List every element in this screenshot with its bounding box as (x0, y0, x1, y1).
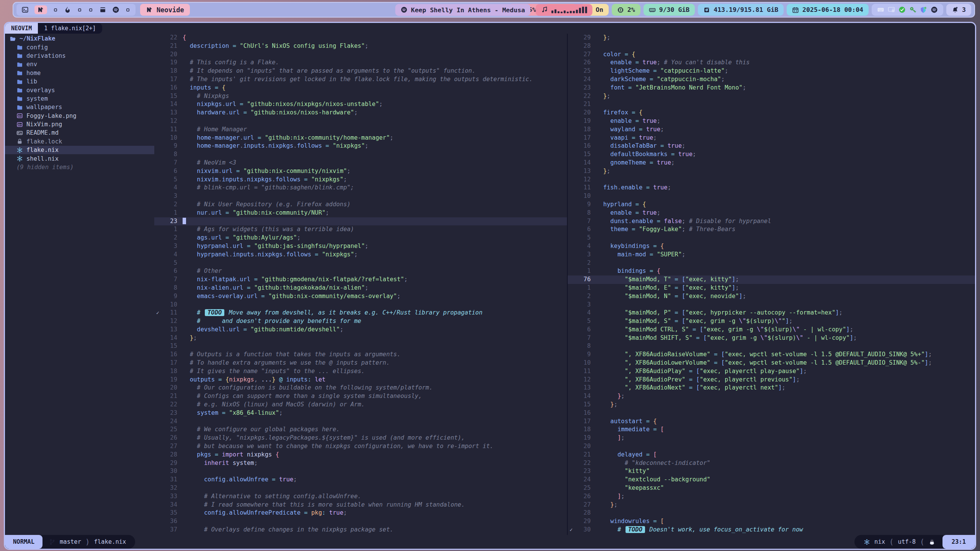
code-line[interactable]: 1 bindings = { (568, 267, 975, 276)
code-line[interactable]: 28 (568, 42, 975, 51)
code-line[interactable]: 19 ]; (568, 434, 975, 442)
code-line[interactable]: 3 main-mod = "SUPER"; (568, 251, 975, 259)
screenshot-lock-icon[interactable] (888, 6, 895, 13)
sidebar-item-overlays[interactable]: overlays (5, 86, 154, 94)
code-line[interactable]: 15 # Nixpkgs (154, 92, 567, 101)
keepassxc-key-icon[interactable] (909, 6, 916, 13)
code-line[interactable]: 12 ", XF86AudioPrev" = ["exec, playerctl… (568, 376, 975, 384)
code-line[interactable]: 14 gnomeTheme = true; (568, 159, 975, 167)
sidebar-item-config[interactable]: config (5, 43, 154, 51)
code-line[interactable]: 8 enable = true; (568, 209, 975, 217)
code-line[interactable]: 24 darkScheme = "catppuccin-mocha"; (568, 75, 975, 84)
workspace-box-icon[interactable] (99, 6, 106, 13)
code-line[interactable]: 4 "$mainMod, P" = ["exec, hyprpicker --a… (568, 309, 975, 317)
code-line[interactable]: 29 }; (568, 34, 975, 42)
notifications-pill[interactable]: 3 (946, 4, 971, 16)
code-line[interactable]: 5 (568, 234, 975, 242)
code-line[interactable]: 2 ags.url = "github:Aylur/ags"; (154, 234, 567, 242)
code-line[interactable]: 17 vaapi = true; (568, 134, 975, 142)
code-line[interactable]: 11 fish.enable = true; (568, 184, 975, 192)
sidebar-item-wallpapers[interactable]: wallpapers (5, 103, 154, 111)
code-line[interactable]: 9 ", XF86AudioRaiseVolume" = ["exec, wpc… (568, 350, 975, 359)
workspace-dot-icon[interactable] (77, 7, 82, 13)
workspace-terminal-icon[interactable] (21, 6, 29, 13)
code-line[interactable]: 20 # Our configuration is buildable on t… (154, 384, 567, 392)
code-line[interactable]: 2 "$mainMod, N" = ["exec, neovide"]; (568, 292, 975, 301)
code-line[interactable]: 15 (154, 342, 567, 350)
code-line[interactable]: 19 outputs = {nixpkgs, ...} @ inputs: le… (154, 376, 567, 384)
workspace-dot-icon[interactable] (88, 7, 93, 13)
code-line[interactable]: 20 (154, 51, 567, 59)
code-line[interactable]: 21 description = "ChUrl's NixOS config u… (154, 42, 567, 51)
workspace-spotify-icon[interactable] (112, 6, 119, 13)
code-line[interactable]: 6 nixvim.url = "github:nix-community/nix… (154, 167, 567, 176)
editor-pane-left[interactable]: 22{21 description = "ChUrl's NixOS confi… (154, 34, 567, 535)
workspace-flame-icon[interactable] (64, 6, 71, 13)
code-line[interactable]: 18 # It gives the name "inputs" to the .… (154, 367, 567, 376)
code-line[interactable]: 9 hyprland = { (568, 201, 975, 209)
code-line[interactable]: 10 ", XF86AudioLowerVolume" = ["exec, wp… (568, 359, 975, 367)
code-line[interactable]: 16 inputs = { (154, 84, 567, 92)
code-line[interactable]: 24 "nextcloud --background" (568, 476, 975, 484)
code-line[interactable]: 17 # To handle extra arguments we use th… (154, 359, 567, 367)
sidebar-item-lib[interactable]: lib (5, 77, 154, 86)
code-line[interactable]: 29 windowrules = [ (568, 517, 975, 526)
code-line[interactable]: 34 # I read somewhere that this is more … (154, 501, 567, 509)
code-line[interactable]: 18 # It depends on "inputs" that are pas… (154, 67, 567, 75)
code-line[interactable]: 26 # Usually, "nixpkgs.legacyPackages.${… (154, 434, 567, 442)
code-line[interactable]: 11 ", XF86AudioPlay" = ["exec, playerctl… (568, 367, 975, 376)
sidebar-item-shell.nix[interactable]: shell.nix (5, 154, 154, 163)
code-line[interactable]: 5 "$mainMod, S" = ["exec, grim -g \"$(sl… (568, 317, 975, 326)
code-line[interactable]: 19 enable = true; (568, 117, 975, 126)
code-line[interactable]: 4 # blink-cmp.url = "github:saghen/blink… (154, 184, 567, 192)
code-line[interactable]: 19 # This config is a Flake. (154, 59, 567, 67)
code-line[interactable]: 13 devshell.url = "github:numtide/devshe… (154, 326, 567, 334)
code-line[interactable]: ✓30 # TODO Doesn't work, use focus_on_ac… (568, 526, 975, 534)
code-line[interactable]: 23 "kitty" (568, 467, 975, 476)
code-line[interactable]: 22 # "kdeconnect-indicator" (568, 459, 975, 468)
code-line[interactable]: 17 # The inputs' git revisions get locke… (154, 75, 567, 84)
code-line[interactable]: 8 nix-alien.url = "github:thiagokokada/n… (154, 284, 567, 292)
code-line[interactable]: 3 (568, 301, 975, 309)
sidebar-item-flake.lock[interactable]: flake.lock (5, 137, 154, 146)
code-line[interactable]: 23 font = "JetBrainsMono Nerd Font Mono"… (568, 84, 975, 92)
code-line[interactable]: 16 disableTabBar = true; (568, 142, 975, 150)
code-line[interactable]: 20 firefox = { (568, 109, 975, 117)
code-line[interactable]: 20 (568, 442, 975, 451)
code-line[interactable]: 9 emacs-overlay.url = "github:nix-commun… (154, 292, 567, 301)
sidebar-item-system[interactable]: system (5, 95, 154, 103)
now-playing-pill[interactable]: Keep Shelly In Athens - Medusa (395, 4, 530, 16)
cpu-pill[interactable]: 2% (612, 4, 640, 16)
code-line[interactable]: 2 # Nix User Repository (e.g. Firefox ad… (154, 201, 567, 209)
tab-flake-nix[interactable]: 1 flake.nix[2+] (38, 23, 102, 34)
sidebar-item-foggy-lake.png[interactable]: Foggy-Lake.png (5, 112, 154, 120)
code-line[interactable]: 18 wayland = true; (568, 126, 975, 134)
code-line[interactable]: 32 (154, 484, 567, 492)
code-line[interactable]: 14 }; (568, 392, 975, 401)
code-line[interactable]: 22{ (154, 34, 567, 42)
code-line[interactable]: 37 # Overlays define changes in the nixp… (154, 526, 567, 534)
updates-ok-icon[interactable] (898, 6, 906, 13)
sidebar-item-flake.nix[interactable]: flake.nix (5, 146, 154, 154)
workspace-active-neovim-icon[interactable] (34, 5, 47, 14)
sidebar-item-nixvim.png[interactable]: NixVim.png (5, 120, 154, 129)
code-line[interactable]: 7 dunst.enable = false; # Disable for hy… (568, 217, 975, 226)
code-line[interactable]: 21 # Configs can support more than a sin… (154, 392, 567, 401)
code-line[interactable]: 24 (154, 417, 567, 426)
sidebar-item-env[interactable]: env (5, 60, 154, 68)
code-line[interactable]: 10 (154, 301, 567, 309)
code-line[interactable]: 26 enable = true; # You can't disable th… (568, 59, 975, 67)
code-line[interactable]: 7 nix-flatpak.url = "github:gmodena/nix-… (154, 276, 567, 284)
code-line[interactable]: 23 (154, 217, 567, 226)
code-line[interactable]: 8 (568, 342, 975, 350)
code-line[interactable]: 30 (154, 467, 567, 476)
code-line[interactable]: 12 (568, 176, 975, 184)
code-line[interactable]: 76 "$mainMod, T" = ["exec, kitty"]; (568, 276, 975, 284)
code-line[interactable]: 18 immediate = [ (568, 425, 975, 434)
code-line[interactable]: 7 "$mainMod SHIFT, S" = ["exec, grim -g … (568, 334, 975, 342)
code-line[interactable]: 13 hardware.url = "github:nixos/nixos-ha… (154, 109, 567, 117)
editor-pane-right[interactable]: 29 };2827 color = {26 enable = true; # Y… (568, 34, 975, 535)
code-line[interactable]: 27 }; (568, 501, 975, 509)
sidebar-item-nixflake[interactable]: ~/NixFlake (5, 34, 154, 43)
sidebar-item-home[interactable]: home (5, 69, 154, 77)
